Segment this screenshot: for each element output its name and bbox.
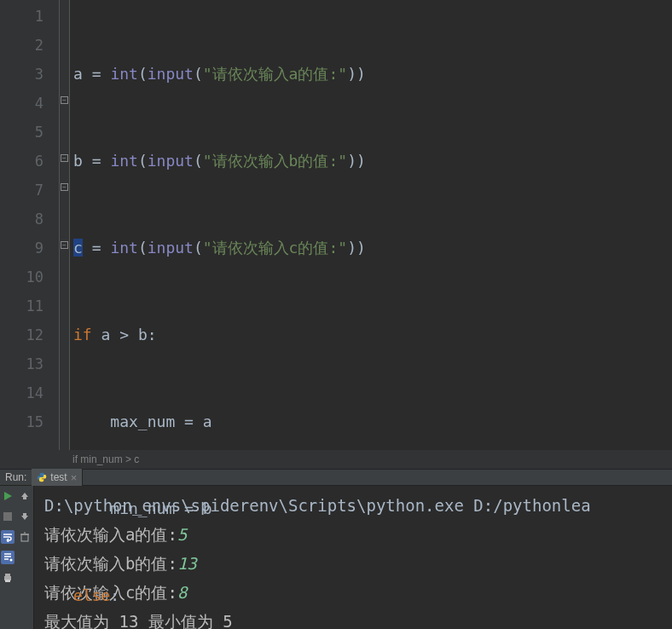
up-button[interactable]: [18, 489, 32, 503]
fold-icon[interactable]: −: [61, 183, 68, 191]
run-toolbar-left: [0, 486, 15, 629]
fold-column: − − − −: [60, 0, 70, 450]
code-line[interactable]: b = int(input("请依次输入b的值:")): [73, 147, 672, 176]
code-line[interactable]: max_num = a: [73, 407, 672, 436]
line-num: 5: [0, 118, 43, 147]
line-num: 6: [0, 147, 43, 176]
line-num: 8: [0, 205, 43, 234]
svg-rect-4: [5, 580, 10, 582]
line-num: 9: [0, 234, 43, 263]
code-area[interactable]: a = int(input("请依次输入a的值:")) b = int(inpu…: [70, 0, 672, 450]
svg-point-1: [10, 559, 13, 562]
line-num: 13: [0, 349, 43, 378]
down-button[interactable]: [18, 510, 32, 523]
code-line[interactable]: min_num = b: [73, 494, 672, 523]
stop-button[interactable]: [1, 510, 14, 523]
line-num: 15: [0, 407, 43, 436]
code-line[interactable]: c = int(input("请依次输入c的值:")): [73, 234, 672, 263]
fold-icon[interactable]: −: [61, 241, 68, 249]
code-line[interactable]: else:: [73, 581, 672, 610]
scroll-lock-button[interactable]: [1, 551, 14, 564]
clear-button[interactable]: [18, 530, 32, 544]
rerun-button[interactable]: [1, 489, 14, 503]
print-button[interactable]: [1, 571, 14, 585]
line-num: 14: [0, 378, 43, 407]
line-num: 10: [0, 263, 43, 291]
fold-icon[interactable]: −: [61, 96, 68, 104]
run-tab-name: test: [50, 471, 67, 483]
line-num: 12: [0, 320, 43, 349]
line-num: 4: [0, 89, 43, 118]
line-num: 2: [0, 31, 43, 60]
python-icon: [37, 472, 47, 482]
line-num: 11: [0, 291, 43, 320]
run-toolbar-right: [15, 486, 34, 629]
wrap-button[interactable]: [1, 530, 14, 544]
code-line[interactable]: if a > b:: [73, 320, 672, 349]
svg-rect-5: [21, 534, 28, 541]
svg-rect-3: [5, 574, 10, 576]
line-num: 7: [0, 176, 43, 205]
fold-icon[interactable]: −: [61, 154, 68, 162]
run-label: Run:: [0, 471, 32, 483]
code-line[interactable]: a = int(input("请依次输入a的值:")): [73, 60, 672, 89]
code-editor[interactable]: 1 2 3 4 5 6 7 8 9 10 11 12 13 14 15 − − …: [0, 0, 672, 450]
line-gutter: 1 2 3 4 5 6 7 8 9 10 11 12 13 14 15: [0, 0, 60, 450]
svg-rect-0: [3, 512, 12, 521]
line-num: 3: [0, 60, 43, 89]
line-num: 1: [0, 2, 43, 31]
